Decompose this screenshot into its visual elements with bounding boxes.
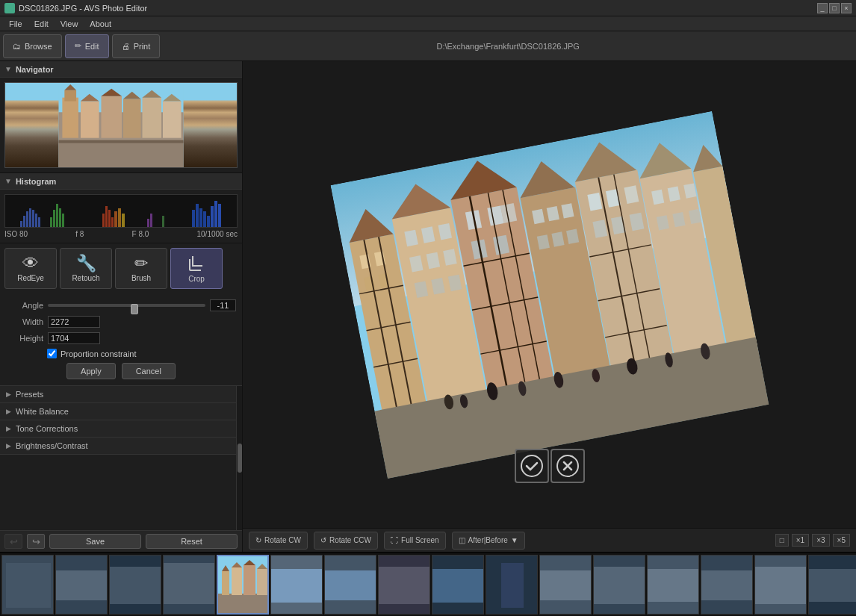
rotated-image-container bbox=[330, 111, 769, 479]
filmstrip-item-1[interactable] bbox=[1, 555, 54, 615]
close-button[interactable]: × bbox=[841, 3, 852, 13]
svg-rect-166 bbox=[755, 567, 807, 604]
filmstrip-item-5-active[interactable] bbox=[217, 555, 269, 615]
filmstrip-item-12[interactable] bbox=[593, 555, 645, 615]
menu-file[interactable]: File bbox=[3, 16, 28, 31]
zoom-x3-button[interactable]: ×3 bbox=[812, 534, 829, 547]
filmstrip-item-7[interactable] bbox=[324, 555, 376, 615]
presets-title: Presets bbox=[16, 390, 43, 399]
filmstrip-item-6[interactable] bbox=[270, 555, 323, 615]
histogram-content: ISO 80 f 8 F 8.0 10/1000 sec bbox=[0, 190, 242, 243]
minimize-button[interactable]: _ bbox=[817, 3, 828, 13]
redo-button[interactable]: ↪ bbox=[27, 534, 45, 549]
accept-button[interactable] bbox=[515, 449, 549, 483]
angle-slider-thumb[interactable] bbox=[131, 304, 138, 314]
svg-rect-164 bbox=[701, 570, 753, 600]
fullscreen-button[interactable]: ⛶ Full Screen bbox=[384, 532, 446, 550]
tone-corrections-section: ▶ Tone Corrections bbox=[0, 420, 236, 438]
edit-button[interactable]: ✏ Edit bbox=[65, 34, 109, 58]
print-icon: 🖨 bbox=[122, 42, 130, 51]
svg-rect-11 bbox=[142, 98, 161, 138]
zoom-x5-button[interactable]: ×5 bbox=[833, 534, 850, 547]
white-balance-header[interactable]: ▶ White Balance bbox=[0, 403, 236, 420]
filmstrip-item-4[interactable] bbox=[163, 555, 215, 615]
svg-rect-130 bbox=[6, 563, 51, 608]
svg-rect-46 bbox=[214, 201, 217, 228]
presets-header[interactable]: ▶ Presets bbox=[0, 386, 236, 402]
angle-slider-track[interactable] bbox=[48, 300, 205, 311]
save-button[interactable]: Save bbox=[49, 534, 141, 549]
window-title: DSC01826.JPG - AVS Photo Editor bbox=[19, 4, 817, 13]
after-before-dropdown: ◫ After|Before ▼ bbox=[452, 532, 525, 550]
brush-tool[interactable]: ✏ Brush bbox=[115, 248, 167, 289]
rotate-ccw-label: Rotate CCW bbox=[329, 536, 371, 544]
svg-rect-25 bbox=[50, 217, 52, 228]
tone-corrections-header[interactable]: ▶ Tone Corrections bbox=[0, 420, 236, 437]
svg-rect-43 bbox=[203, 211, 206, 228]
svg-rect-158 bbox=[540, 570, 592, 600]
menu-about[interactable]: About bbox=[84, 16, 117, 31]
filmstrip-item-13[interactable] bbox=[647, 555, 699, 615]
angle-slider-bg bbox=[48, 304, 205, 307]
svg-rect-16 bbox=[58, 140, 183, 143]
fullscreen-label: Full Screen bbox=[401, 536, 439, 544]
title-bar: DSC01826.JPG - AVS Photo Editor _ □ × bbox=[0, 0, 856, 16]
filmstrip-item-14[interactable] bbox=[701, 555, 753, 615]
after-before-button[interactable]: ◫ After|Before ▼ bbox=[452, 532, 525, 550]
svg-rect-33 bbox=[111, 217, 114, 228]
brightness-contrast-header[interactable]: ▶ Brightness/Contrast bbox=[0, 438, 236, 454]
zoom-fit-button[interactable]: □ bbox=[775, 534, 789, 547]
menu-view[interactable]: View bbox=[55, 16, 84, 31]
filmstrip-item-16[interactable] bbox=[808, 555, 856, 615]
histogram-header[interactable]: ▼ Histogram bbox=[0, 173, 242, 190]
filmstrip-item-15[interactable] bbox=[754, 555, 807, 615]
histogram-section: ▼ Histogram bbox=[0, 173, 242, 243]
rotate-cw-button[interactable]: ↻ Rotate CW bbox=[249, 532, 308, 550]
apply-button[interactable]: Apply bbox=[66, 363, 116, 379]
filmstrip-item-2[interactable] bbox=[55, 555, 108, 615]
panel-scrollbar-thumb bbox=[238, 444, 242, 473]
nav-thumb-image bbox=[5, 83, 237, 167]
navigator-collapse-icon: ▼ bbox=[4, 65, 12, 73]
navigator-thumbnail bbox=[4, 82, 238, 168]
filmstrip-item-3[interactable] bbox=[109, 555, 161, 615]
zoom-controls: □ ×1 ×3 ×5 bbox=[775, 534, 850, 547]
redeye-tool[interactable]: 👁 RedEye bbox=[4, 248, 57, 289]
svg-rect-168 bbox=[809, 569, 856, 602]
svg-rect-30 bbox=[102, 214, 105, 228]
crop-tool[interactable]: Crop bbox=[170, 248, 223, 289]
proportion-checkbox[interactable] bbox=[47, 349, 57, 358]
presets-section: ▶ Presets bbox=[0, 386, 236, 403]
angle-value-input[interactable] bbox=[210, 299, 236, 311]
retouch-tool[interactable]: 🔧 Retouch bbox=[60, 248, 112, 289]
filmstrip-item-8[interactable] bbox=[378, 555, 430, 615]
width-value-input[interactable] bbox=[48, 316, 100, 328]
cancel-button[interactable]: Cancel bbox=[122, 363, 176, 379]
print-button[interactable]: 🖨 Print bbox=[112, 34, 161, 58]
svg-point-127 bbox=[521, 455, 542, 476]
brush-icon: ✏ bbox=[134, 255, 148, 272]
panel-scrollbar[interactable] bbox=[236, 386, 242, 530]
tone-corrections-arrow: ▶ bbox=[6, 425, 11, 432]
maximize-button[interactable]: □ bbox=[829, 3, 840, 13]
browse-button[interactable]: 🗂 Browse bbox=[3, 34, 62, 58]
svg-rect-162 bbox=[648, 569, 699, 602]
after-before-icon: ◫ bbox=[459, 536, 465, 544]
rotate-ccw-button[interactable]: ↺ Rotate CCW bbox=[314, 532, 378, 550]
edit-icon: ✏ bbox=[75, 41, 81, 51]
undo-button[interactable]: ↩ bbox=[4, 534, 22, 549]
menu-edit[interactable]: Edit bbox=[28, 16, 55, 31]
filmstrip-item-11[interactable] bbox=[539, 555, 592, 615]
reject-button[interactable] bbox=[550, 449, 585, 483]
height-value-input[interactable] bbox=[48, 332, 100, 344]
tools-row: 👁 RedEye 🔧 Retouch ✏ Brush Crop bbox=[4, 248, 238, 289]
filmstrip-item-9[interactable] bbox=[432, 555, 484, 615]
white-balance-section: ▶ White Balance bbox=[0, 403, 236, 420]
zoom-x1-button[interactable]: ×1 bbox=[792, 534, 809, 547]
toolbar: 🗂 Browse ✏ Edit 🖨 Print D:\Exchange\Fran… bbox=[0, 31, 856, 61]
navigator-header[interactable]: ▼ Navigator bbox=[0, 61, 242, 78]
reset-button[interactable]: Reset bbox=[146, 534, 238, 549]
filmstrip-item-10[interactable] bbox=[486, 555, 538, 615]
presets-arrow: ▶ bbox=[6, 391, 11, 398]
svg-rect-31 bbox=[105, 206, 108, 228]
